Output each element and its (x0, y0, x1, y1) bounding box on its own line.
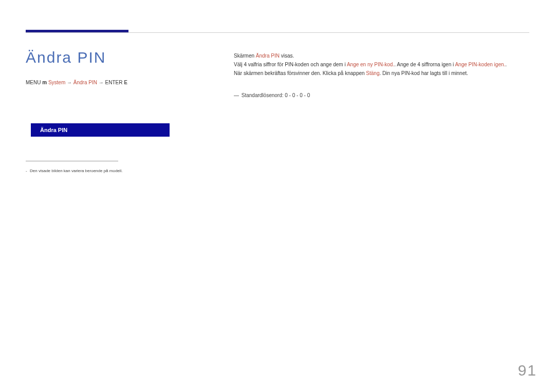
breadcrumb-separator: → (67, 80, 73, 85)
body-highlight-close: Stäng (366, 70, 379, 76)
body-text-segment: . Din nya PIN-kod har lagts till i minne… (380, 70, 468, 76)
page-title: Ändra PIN (26, 49, 106, 66)
body-text-segment: När skärmen bekräftas försvinner den. Kl… (234, 70, 366, 76)
footnote-divider (26, 161, 118, 161)
breadcrumb-system: System (48, 80, 65, 85)
body-highlight-enter-pin-again: Ange PIN-koden igen. (455, 62, 505, 67)
breadcrumb: MENU m System → Ändra PIN → ENTER E (26, 80, 127, 85)
body-highlight-enter-new-pin: Ange en ny PIN-kod. (347, 62, 394, 67)
body-text-segment: . Ange de 4 siffrorna igen i (394, 62, 455, 67)
body-text-segment: Välj 4 valfria siffror för PIN-koden och… (234, 62, 347, 67)
menu-item-label: Ändra PIN (40, 127, 67, 133)
dash-icon: ― (234, 92, 240, 98)
body-text: Skärmen Ändra PIN visas. Välj 4 valfria … (234, 51, 529, 78)
breadcrumb-enter: ENTER (105, 80, 123, 85)
enter-icon: E (124, 80, 127, 85)
body-text-segment: . (505, 62, 507, 67)
menu-icon: m (42, 80, 47, 85)
footnote-bullet-icon: - (26, 169, 27, 173)
body-text-segment: visas. (280, 53, 294, 59)
page-number: 91 (518, 362, 537, 379)
footnote-text: Den visade bilden kan variera beroende p… (30, 169, 123, 173)
breadcrumb-change-pin: Ändra PIN (73, 80, 97, 85)
body-highlight-change-pin: Ändra PIN (256, 53, 280, 59)
default-pin-text: Standardlösenord: 0 - 0 - 0 - 0 (242, 92, 310, 98)
breadcrumb-menu: MENU (26, 80, 41, 85)
section-divider (26, 32, 529, 33)
menu-item-change-pin[interactable]: Ändra PIN (31, 123, 170, 137)
body-text-segment: Skärmen (234, 53, 256, 59)
breadcrumb-separator: → (99, 80, 105, 85)
default-pin-note: ― Standardlösenord: 0 - 0 - 0 - 0 (234, 92, 310, 98)
